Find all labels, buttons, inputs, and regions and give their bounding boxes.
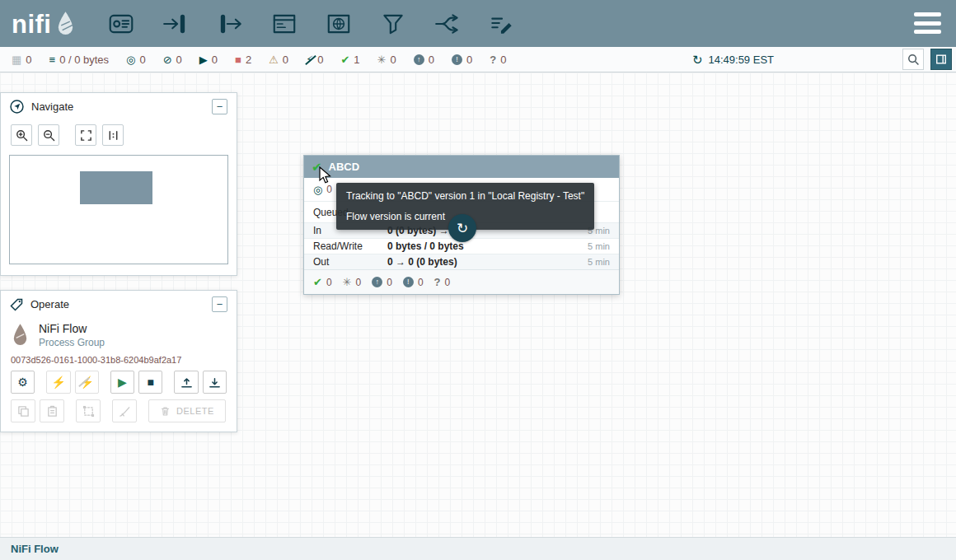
not-transmitting-counter: ⊘ 0 [163, 54, 182, 66]
configuration-button[interactable]: ⚙ [11, 371, 35, 394]
locally-modified-and-stale-counter: ! 0 [452, 54, 472, 66]
process-group-icon [269, 10, 299, 38]
search-button[interactable] [902, 49, 924, 70]
disable-button[interactable]: ⚡ [75, 371, 99, 394]
navigate-controls [1, 120, 237, 153]
create-template-button[interactable] [203, 371, 227, 394]
zoom-in-icon [16, 129, 28, 142]
zoom-out-button[interactable] [38, 124, 59, 146]
locally-modified-asterisk-icon: ✳ [343, 277, 352, 287]
paste-icon [46, 405, 59, 418]
label-tool[interactable] [484, 7, 520, 41]
input-port-tool[interactable] [157, 7, 194, 41]
processor-tool[interactable] [103, 7, 139, 41]
start-button[interactable]: ▶ [110, 371, 134, 394]
upload-template-button[interactable] [174, 371, 198, 394]
last-refresh-time: 14:49:59 EST [709, 54, 775, 66]
disable-bolt-icon: ⚡ [79, 376, 93, 388]
remote-process-group-tool[interactable] [321, 7, 357, 41]
status-bar-right: ↻ 14:49:59 EST [692, 49, 952, 70]
paste-button[interactable] [40, 399, 64, 422]
group-button[interactable] [76, 399, 101, 422]
version-up-to-date-icon[interactable]: ✔ [312, 161, 322, 173]
pg-locally-modified-counter: ✳ 0 [343, 277, 362, 288]
sidebar-panel-icon [935, 54, 947, 65]
queued-value: 0 / 0 bytes [59, 54, 109, 66]
delete-button-label: DELETE [176, 406, 214, 416]
navigate-compass-icon [10, 100, 24, 114]
zoom-actual-size-button[interactable] [102, 124, 124, 146]
stale-value: 0 [429, 54, 434, 66]
remote-process-group-icon [324, 10, 354, 38]
hamburger-bar [914, 12, 941, 16]
funnel-icon [378, 10, 408, 38]
sync-failure-value: 0 [500, 54, 506, 66]
status-counters: ▦ 0 ≡ 0 / 0 bytes ◎ 0 ⊘ 0 ▶ 0 ■ 2 [12, 54, 692, 66]
template-icon [433, 10, 462, 38]
navigate-minimap[interactable] [9, 155, 228, 264]
navigate-collapse-button[interactable]: − [212, 99, 227, 114]
nifi-logo-text: nifi [12, 13, 52, 36]
trash-icon [160, 406, 171, 417]
invalid-value: 0 [283, 54, 288, 66]
pg-sync-failure-counter: ? 0 [434, 277, 451, 288]
operate-buttons-row-2: DELETE [1, 399, 237, 428]
breadcrumb-root-link[interactable]: NiFi Flow [11, 543, 59, 555]
selected-component-id: 0073d526-0161-1000-31b8-6204b9af2a17 [1, 350, 237, 371]
hamburger-bar [914, 21, 941, 26]
refresh-status[interactable]: ↻ 14:49:59 EST [692, 54, 774, 66]
actual-size-icon [107, 129, 120, 142]
navigate-panel-title: Navigate [31, 100, 73, 113]
process-group-tool[interactable] [266, 7, 302, 41]
read-write-label: Read/Write [313, 240, 387, 252]
nifi-logo: nifi [12, 11, 75, 36]
read-write-window: 5 min [588, 241, 610, 251]
breadcrumb-bar: NiFi Flow [0, 537, 956, 560]
input-port-icon [161, 10, 190, 38]
zoom-fit-button[interactable] [75, 124, 96, 146]
panel-toggle-button[interactable] [930, 49, 952, 70]
disabled-counter: ⚡ 0 [306, 54, 323, 66]
locally-modified-and-stale-icon: ! [403, 277, 414, 287]
selected-component-text: NiFi Flow Process Group [39, 322, 105, 348]
stop-square-icon: ■ [148, 376, 154, 388]
global-menu-button[interactable] [914, 12, 941, 35]
active-threads-value: 0 [26, 54, 31, 66]
process-group-header[interactable]: ✔ ABCD [304, 156, 619, 178]
flow-canvas[interactable]: Navigate − [0, 72, 956, 537]
nifi-drop-icon [56, 11, 75, 36]
active-threads-counter: ▦ 0 [12, 54, 32, 66]
running-counter: ▶ 0 [199, 54, 218, 66]
stale-arrow-icon: ↑ [414, 54, 424, 65]
delete-button[interactable]: DELETE [148, 399, 226, 422]
zoom-in-button[interactable] [11, 124, 32, 146]
operate-collapse-button[interactable]: − [212, 296, 227, 312]
out-window: 5 min [588, 257, 610, 267]
group-icon [82, 405, 95, 418]
status-bar: ▦ 0 ≡ 0 / 0 bytes ◎ 0 ⊘ 0 ▶ 0 ■ 2 [0, 47, 956, 72]
navigate-panel-header: Navigate − [1, 93, 237, 120]
pg-stale-counter: ↑ 0 [372, 277, 392, 288]
out-label: Out [313, 256, 387, 268]
copy-button[interactable] [11, 399, 35, 422]
invalid-warning-icon: ⚠ [269, 54, 279, 65]
stale-arrow-icon: ↑ [372, 277, 382, 287]
stopped-counter: ■ 2 [235, 54, 251, 66]
up-to-date-counter: ✔ 1 [340, 54, 359, 66]
sync-failure-question-icon: ? [490, 54, 496, 65]
collapse-minus-icon: − [217, 299, 223, 310]
locally-modified-and-stale-icon: ! [452, 54, 462, 65]
stopped-icon: ■ [235, 54, 241, 65]
selected-component-type: Process Group [39, 337, 105, 348]
output-port-tool[interactable] [212, 7, 248, 41]
sync-failure-question-icon: ? [434, 277, 441, 287]
template-tool[interactable] [429, 7, 466, 41]
enable-button[interactable]: ⚡ [46, 371, 70, 394]
up-to-date-value: 1 [354, 54, 359, 66]
pg-sync-failure-value: 0 [445, 277, 451, 288]
funnel-tool[interactable] [375, 7, 411, 41]
selected-component-summary: NiFi Flow Process Group [1, 318, 237, 350]
stop-button[interactable]: ■ [138, 371, 162, 394]
navigate-panel: Navigate − [0, 92, 237, 276]
fill-color-button[interactable] [112, 399, 137, 422]
